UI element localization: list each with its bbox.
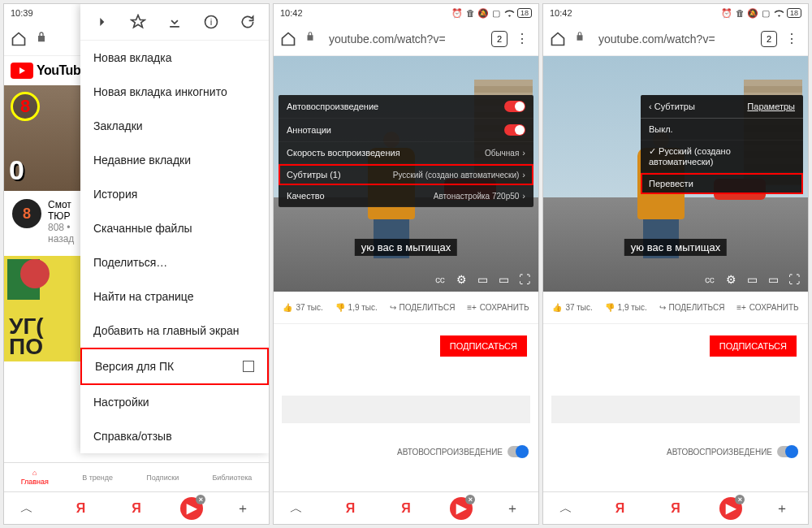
video-caption: ую вас в мытищах: [624, 239, 727, 256]
info-icon[interactable]: i: [203, 14, 219, 30]
reload-icon[interactable]: [240, 14, 256, 30]
overflow-menu-icon[interactable]: ⋮: [516, 31, 532, 47]
video-player[interactable]: Автовоспроизведение Аннотации Скорость в…: [274, 56, 538, 292]
forward-icon[interactable]: [93, 14, 110, 30]
browser-tab-yandex[interactable]: Я: [70, 497, 93, 520]
subscribe-button[interactable]: ПОДПИСАТЬСЯ: [710, 335, 797, 357]
autoplay-toggle[interactable]: [504, 101, 525, 112]
setting-quality[interactable]: КачествоАвтонастройка 720p50›: [279, 185, 533, 207]
dislike-button[interactable]: 👎1,9 тыс.: [335, 303, 378, 312]
autoplay-switch[interactable]: [508, 446, 529, 457]
browser-tab-youtube[interactable]: ▶×: [450, 497, 473, 520]
dislike-button[interactable]: 👎1,9 тыс.: [605, 303, 647, 312]
annotations-toggle[interactable]: [504, 124, 525, 136]
url-bar[interactable]: youtube.com/watch?v= 2 ⋮: [274, 22, 538, 56]
tab-trending[interactable]: В тренде: [82, 474, 113, 482]
browser-tab-yandex[interactable]: Я: [609, 497, 632, 520]
setting-autoplay[interactable]: Автовоспроизведение: [279, 95, 533, 119]
url-bar[interactable]: youtube.com/watch?v= 2 ⋮: [543, 22, 808, 56]
star-icon[interactable]: [130, 14, 146, 30]
miniplayer-icon[interactable]: ▭: [745, 272, 759, 287]
tab-count[interactable]: 2: [491, 31, 508, 47]
tabstrip-up-icon[interactable]: ︿: [559, 500, 576, 517]
setting-speed[interactable]: Скорость воспроизведенияОбычная›: [279, 142, 533, 164]
gear-icon[interactable]: ⚙: [454, 272, 469, 287]
video-player[interactable]: ‹ Субтитры Параметры Выкл. Русский (созд…: [543, 56, 808, 292]
video-actions: 👍37 тыс. 👎1,9 тыс. ↪ПОДЕЛИТЬСЯ ≡+СОХРАНИ…: [543, 292, 808, 324]
home-icon[interactable]: [550, 31, 566, 47]
home-icon[interactable]: [280, 31, 296, 47]
new-tab-icon[interactable]: ＋: [775, 500, 792, 517]
tabstrip-up-icon[interactable]: ︿: [20, 500, 37, 517]
subtitles-params[interactable]: Параметры: [747, 102, 795, 111]
menu-find[interactable]: Найти на странице: [80, 279, 269, 314]
theater-icon[interactable]: ▭: [496, 272, 511, 287]
channel-avatar[interactable]: 8: [12, 199, 41, 228]
like-button[interactable]: 👍37 тыс.: [552, 303, 592, 312]
browser-tab-yandex-2[interactable]: Я: [664, 497, 687, 520]
setting-annotations[interactable]: Аннотации: [279, 119, 533, 142]
youtube-play-icon: [11, 63, 33, 79]
share-button[interactable]: ↪ПОДЕЛИТЬСЯ: [390, 303, 456, 312]
url-text[interactable]: youtube.com/watch?v=: [329, 32, 483, 45]
save-button[interactable]: ≡+СОХРАНИТЬ: [467, 303, 529, 312]
trash-icon: 🗑: [735, 8, 745, 19]
desktop-checkbox[interactable]: [243, 361, 254, 372]
subscribe-button[interactable]: ПОДПИСАТЬСЯ: [440, 335, 527, 357]
new-tab-icon[interactable]: ＋: [236, 500, 253, 517]
subtitles-back[interactable]: ‹ Субтитры: [649, 102, 695, 111]
browser-tab-youtube[interactable]: ▶×: [180, 497, 203, 520]
tab-count[interactable]: 2: [761, 31, 777, 47]
lock-icon: [304, 31, 321, 47]
fullscreen-icon[interactable]: ⛶: [787, 272, 801, 287]
cc-icon[interactable]: ㏄: [702, 272, 717, 287]
close-tab-icon[interactable]: ×: [735, 495, 745, 504]
wifi-icon: [774, 8, 784, 19]
gear-icon[interactable]: ⚙: [723, 272, 738, 287]
cc-icon[interactable]: ㏄: [433, 272, 447, 287]
subtitles-off[interactable]: Выкл.: [641, 119, 803, 141]
save-button[interactable]: ≡+СОХРАНИТЬ: [736, 303, 798, 312]
autoplay-switch[interactable]: [777, 446, 798, 457]
close-tab-icon[interactable]: ×: [465, 495, 475, 504]
tabstrip-up-icon[interactable]: ︿: [290, 500, 306, 517]
setting-subtitles[interactable]: Субтитры (1)Русский (создано автоматичес…: [279, 164, 533, 185]
new-tab-icon[interactable]: ＋: [506, 500, 522, 517]
autoplay-row[interactable]: АВТОВОСПРОИЗВЕДЕНИЕ: [667, 446, 798, 457]
share-button[interactable]: ↪ПОДЕЛИТЬСЯ: [659, 303, 725, 312]
browser-tab-yandex-2[interactable]: Я: [125, 497, 148, 520]
overflow-menu-icon[interactable]: ⋮: [785, 31, 801, 47]
menu-bookmarks[interactable]: Закладки: [80, 109, 269, 143]
download-icon[interactable]: [166, 14, 183, 30]
menu-incognito[interactable]: Новая вкладка инкогнито: [80, 75, 269, 109]
player-settings-panel: Автовоспроизведение Аннотации Скорость в…: [279, 95, 533, 207]
chrome-menu: i Новая вкладка Новая вкладка инкогнито …: [80, 4, 269, 453]
menu-new-tab[interactable]: Новая вкладка: [80, 41, 269, 75]
menu-help[interactable]: Справка/отзыв: [80, 419, 269, 453]
menu-history[interactable]: История: [80, 177, 269, 211]
close-tab-icon[interactable]: ×: [196, 495, 205, 504]
tab-library[interactable]: Библиотека: [212, 474, 252, 482]
autoplay-row[interactable]: АВТОВОСПРОИЗВЕДЕНИЕ: [397, 446, 529, 457]
browser-tab-youtube[interactable]: ▶×: [719, 497, 742, 520]
home-icon[interactable]: [11, 31, 27, 47]
theater-icon[interactable]: ▭: [766, 272, 780, 287]
url-text[interactable]: youtube.com/watch?v=: [598, 32, 753, 45]
menu-downloads[interactable]: Скачанные файлы: [80, 211, 269, 245]
like-button[interactable]: 👍37 тыс.: [283, 303, 322, 312]
menu-recent[interactable]: Недавние вкладки: [80, 143, 269, 177]
subtitles-translate[interactable]: Перевести: [641, 173, 803, 194]
menu-add-home[interactable]: Добавить на главный экран: [80, 314, 269, 348]
menu-desktop-site[interactable]: Версия для ПК: [80, 348, 269, 385]
menu-share[interactable]: Поделиться…: [80, 245, 269, 279]
miniplayer-icon[interactable]: ▭: [475, 272, 490, 287]
signal-icon: ▢: [761, 8, 771, 19]
tab-home[interactable]: ⌂Главная: [21, 469, 49, 486]
subtitles-russian[interactable]: Русский (создано автоматически): [641, 141, 803, 173]
menu-settings[interactable]: Настройки: [80, 385, 269, 419]
fullscreen-icon[interactable]: ⛶: [517, 272, 532, 287]
browser-tab-yandex-2[interactable]: Я: [395, 497, 417, 520]
channel-badge-8: 8: [11, 92, 40, 121]
tab-subs[interactable]: Подписки: [146, 474, 179, 482]
browser-tab-yandex[interactable]: Я: [339, 497, 362, 520]
